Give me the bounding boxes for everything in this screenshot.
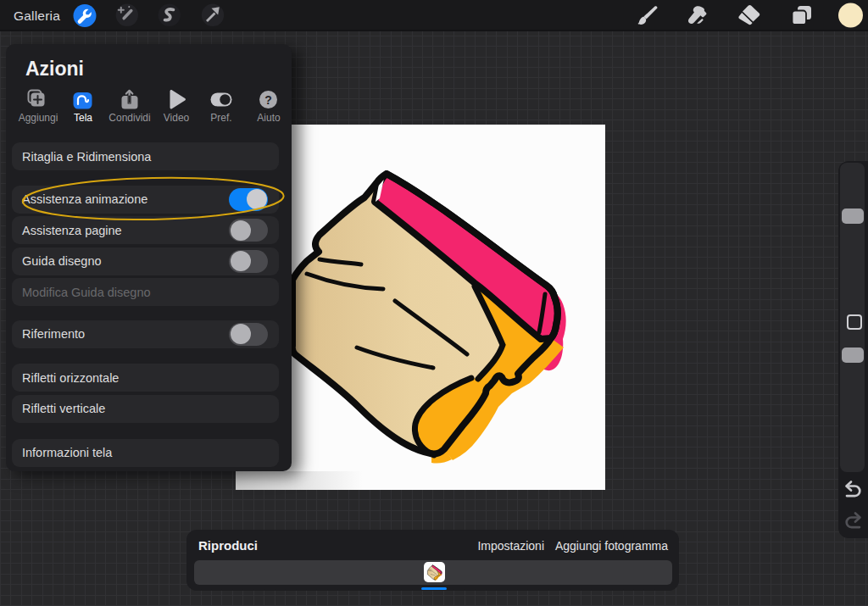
svg-text:?: ? [264, 93, 272, 107]
